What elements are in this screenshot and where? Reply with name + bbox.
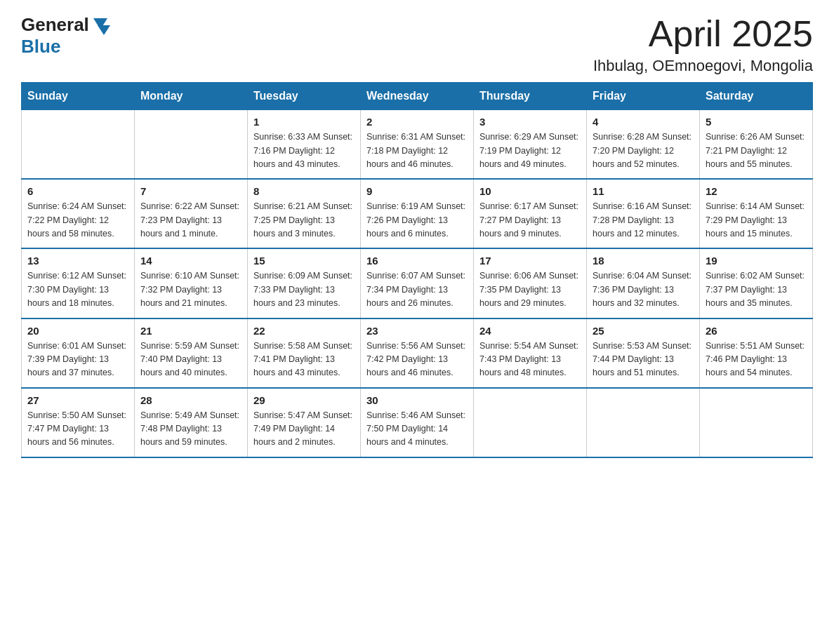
day-detail: Sunrise: 5:53 AM Sunset: 7:44 PM Dayligh… [593, 340, 694, 380]
day-number: 11 [593, 185, 694, 197]
day-number: 4 [593, 116, 694, 128]
title-block: April 2025 Ihbulag, OEmnoegovi, Mongolia [593, 14, 813, 75]
day-number: 2 [366, 116, 468, 128]
calendar-cell: 1Sunrise: 6:33 AM Sunset: 7:16 PM Daylig… [248, 110, 361, 180]
calendar-cell [135, 110, 248, 180]
day-detail: Sunrise: 6:10 AM Sunset: 7:32 PM Dayligh… [140, 269, 241, 310]
calendar-cell [700, 388, 813, 457]
day-number: 21 [140, 325, 241, 337]
day-number: 13 [27, 255, 128, 267]
day-detail: Sunrise: 5:47 AM Sunset: 7:49 PM Dayligh… [253, 409, 355, 450]
day-detail: Sunrise: 5:49 AM Sunset: 7:48 PM Dayligh… [140, 409, 241, 450]
day-detail: Sunrise: 6:01 AM Sunset: 7:39 PM Dayligh… [27, 340, 128, 380]
day-detail: Sunrise: 6:21 AM Sunset: 7:25 PM Dayligh… [253, 200, 355, 241]
day-number: 3 [479, 116, 581, 128]
day-number: 7 [140, 185, 241, 197]
calendar-cell: 30Sunrise: 5:46 AM Sunset: 7:50 PM Dayli… [361, 388, 474, 457]
day-number: 12 [706, 185, 807, 197]
day-detail: Sunrise: 6:17 AM Sunset: 7:27 PM Dayligh… [479, 200, 581, 241]
calendar-cell: 13Sunrise: 6:12 AM Sunset: 7:30 PM Dayli… [22, 248, 135, 318]
day-number: 19 [706, 255, 807, 267]
day-number: 28 [140, 394, 241, 406]
day-number: 22 [253, 325, 355, 337]
calendar-cell: 22Sunrise: 5:58 AM Sunset: 7:41 PM Dayli… [248, 318, 361, 388]
column-header-thursday: Thursday [474, 83, 587, 110]
day-number: 10 [479, 185, 581, 197]
day-detail: Sunrise: 6:33 AM Sunset: 7:16 PM Dayligh… [253, 130, 355, 171]
day-number: 24 [479, 325, 581, 337]
day-detail: Sunrise: 6:06 AM Sunset: 7:35 PM Dayligh… [479, 269, 581, 310]
day-number: 26 [706, 325, 807, 337]
page-header: General Blue April 2025 Ihbulag, OEmnoeg… [21, 14, 813, 75]
main-title: April 2025 [593, 14, 813, 54]
day-detail: Sunrise: 5:56 AM Sunset: 7:42 PM Dayligh… [366, 340, 468, 380]
calendar-cell: 2Sunrise: 6:31 AM Sunset: 7:18 PM Daylig… [361, 110, 474, 180]
day-number: 16 [366, 255, 468, 267]
calendar-cell: 11Sunrise: 6:16 AM Sunset: 7:28 PM Dayli… [587, 179, 700, 248]
day-number: 5 [706, 116, 807, 128]
calendar-cell: 4Sunrise: 6:28 AM Sunset: 7:20 PM Daylig… [587, 110, 700, 180]
calendar-cell: 3Sunrise: 6:29 AM Sunset: 7:19 PM Daylig… [474, 110, 587, 180]
day-number: 1 [253, 116, 355, 128]
day-detail: Sunrise: 5:46 AM Sunset: 7:50 PM Dayligh… [366, 409, 468, 450]
day-detail: Sunrise: 6:12 AM Sunset: 7:30 PM Dayligh… [27, 269, 128, 310]
calendar-cell [474, 388, 587, 457]
day-detail: Sunrise: 6:29 AM Sunset: 7:19 PM Dayligh… [479, 130, 581, 171]
calendar-cell: 18Sunrise: 6:04 AM Sunset: 7:36 PM Dayli… [587, 248, 700, 318]
day-detail: Sunrise: 6:26 AM Sunset: 7:21 PM Dayligh… [706, 130, 807, 171]
calendar-cell: 27Sunrise: 5:50 AM Sunset: 7:47 PM Dayli… [22, 388, 135, 457]
day-detail: Sunrise: 5:54 AM Sunset: 7:43 PM Dayligh… [479, 340, 581, 380]
day-number: 29 [253, 394, 355, 406]
day-number: 18 [593, 255, 694, 267]
day-number: 30 [366, 394, 468, 406]
day-detail: Sunrise: 6:04 AM Sunset: 7:36 PM Dayligh… [593, 269, 694, 310]
calendar-week-row: 13Sunrise: 6:12 AM Sunset: 7:30 PM Dayli… [22, 248, 813, 318]
calendar-cell: 23Sunrise: 5:56 AM Sunset: 7:42 PM Dayli… [361, 318, 474, 388]
calendar-cell: 14Sunrise: 6:10 AM Sunset: 7:32 PM Dayli… [135, 248, 248, 318]
calendar-cell: 6Sunrise: 6:24 AM Sunset: 7:22 PM Daylig… [22, 179, 135, 248]
column-header-wednesday: Wednesday [361, 83, 474, 110]
day-number: 14 [140, 255, 241, 267]
logo: General Blue [21, 14, 110, 58]
calendar-cell: 19Sunrise: 6:02 AM Sunset: 7:37 PM Dayli… [700, 248, 813, 318]
calendar-cell: 9Sunrise: 6:19 AM Sunset: 7:26 PM Daylig… [361, 179, 474, 248]
calendar-week-row: 20Sunrise: 6:01 AM Sunset: 7:39 PM Dayli… [22, 318, 813, 388]
day-detail: Sunrise: 6:16 AM Sunset: 7:28 PM Dayligh… [593, 200, 694, 241]
day-detail: Sunrise: 5:51 AM Sunset: 7:46 PM Dayligh… [706, 340, 807, 380]
calendar-week-row: 1Sunrise: 6:33 AM Sunset: 7:16 PM Daylig… [22, 110, 813, 180]
day-number: 23 [366, 325, 468, 337]
day-number: 9 [366, 185, 468, 197]
column-header-friday: Friday [587, 83, 700, 110]
day-detail: Sunrise: 6:22 AM Sunset: 7:23 PM Dayligh… [140, 200, 241, 241]
calendar-cell: 28Sunrise: 5:49 AM Sunset: 7:48 PM Dayli… [135, 388, 248, 457]
subtitle: Ihbulag, OEmnoegovi, Mongolia [593, 57, 813, 75]
day-detail: Sunrise: 6:09 AM Sunset: 7:33 PM Dayligh… [253, 269, 355, 310]
day-detail: Sunrise: 6:19 AM Sunset: 7:26 PM Dayligh… [366, 200, 468, 241]
day-detail: Sunrise: 5:59 AM Sunset: 7:40 PM Dayligh… [140, 340, 241, 380]
day-number: 25 [593, 325, 694, 337]
calendar-cell: 10Sunrise: 6:17 AM Sunset: 7:27 PM Dayli… [474, 179, 587, 248]
day-detail: Sunrise: 6:24 AM Sunset: 7:22 PM Dayligh… [27, 200, 128, 241]
calendar-header-row: SundayMondayTuesdayWednesdayThursdayFrid… [22, 83, 813, 110]
column-header-saturday: Saturday [700, 83, 813, 110]
calendar-cell [587, 388, 700, 457]
calendar-cell: 29Sunrise: 5:47 AM Sunset: 7:49 PM Dayli… [248, 388, 361, 457]
calendar-cell: 15Sunrise: 6:09 AM Sunset: 7:33 PM Dayli… [248, 248, 361, 318]
day-number: 20 [27, 325, 128, 337]
calendar-cell: 8Sunrise: 6:21 AM Sunset: 7:25 PM Daylig… [248, 179, 361, 248]
logo-text-blue: Blue [21, 36, 60, 57]
calendar-week-row: 6Sunrise: 6:24 AM Sunset: 7:22 PM Daylig… [22, 179, 813, 248]
calendar-cell: 5Sunrise: 6:26 AM Sunset: 7:21 PM Daylig… [700, 110, 813, 180]
column-header-monday: Monday [135, 83, 248, 110]
day-number: 27 [27, 394, 128, 406]
calendar-cell: 26Sunrise: 5:51 AM Sunset: 7:46 PM Dayli… [700, 318, 813, 388]
day-detail: Sunrise: 5:50 AM Sunset: 7:47 PM Dayligh… [27, 409, 128, 450]
day-detail: Sunrise: 6:14 AM Sunset: 7:29 PM Dayligh… [706, 200, 807, 241]
day-number: 8 [253, 185, 355, 197]
day-detail: Sunrise: 5:58 AM Sunset: 7:41 PM Dayligh… [253, 340, 355, 380]
calendar-cell: 20Sunrise: 6:01 AM Sunset: 7:39 PM Dayli… [22, 318, 135, 388]
calendar-cell: 21Sunrise: 5:59 AM Sunset: 7:40 PM Dayli… [135, 318, 248, 388]
svg-marker-1 [98, 25, 110, 35]
day-number: 15 [253, 255, 355, 267]
day-detail: Sunrise: 6:07 AM Sunset: 7:34 PM Dayligh… [366, 269, 468, 310]
